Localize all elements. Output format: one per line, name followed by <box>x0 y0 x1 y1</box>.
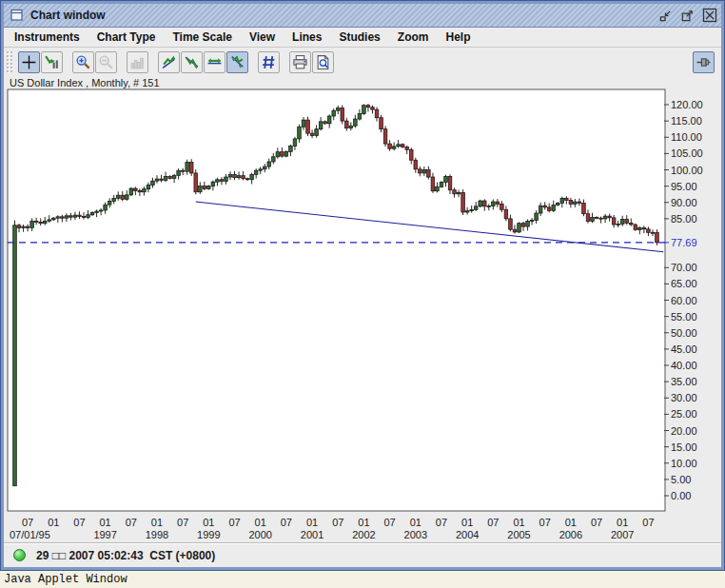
svg-text:90.00: 90.00 <box>671 197 697 208</box>
candle-body <box>56 217 60 218</box>
candle-body <box>90 212 94 214</box>
candle-body <box>99 210 103 211</box>
svg-text:01: 01 <box>358 517 369 528</box>
erase-line-button[interactable] <box>226 51 248 73</box>
menu-time-scale[interactable]: Time Scale <box>164 29 240 46</box>
print-button[interactable] <box>289 51 311 73</box>
candle-body <box>43 221 47 223</box>
candle-body <box>392 147 396 148</box>
candle-body <box>138 190 142 191</box>
horizontal-line-button[interactable] <box>204 51 225 73</box>
candle-body <box>327 116 331 124</box>
candle-body <box>216 180 220 182</box>
svg-text:01: 01 <box>617 517 628 528</box>
svg-text:25.00: 25.00 <box>671 408 697 420</box>
maximize-button[interactable] <box>679 8 696 24</box>
candle-body <box>48 220 51 221</box>
candle-body <box>276 152 280 157</box>
candle-body <box>470 209 474 210</box>
candle-body <box>354 119 358 126</box>
crosshair-icon <box>21 54 37 70</box>
candle-body <box>116 195 120 198</box>
candle-body <box>647 229 651 232</box>
candle-body <box>582 203 586 213</box>
toolbar-grip[interactable] <box>6 50 12 73</box>
trendline-up-button[interactable] <box>158 51 180 73</box>
pin-icon <box>696 54 712 70</box>
candle-body <box>220 180 224 182</box>
candle-body <box>263 167 266 169</box>
grid-hash-button[interactable] <box>258 51 280 73</box>
candle-body <box>341 108 344 121</box>
candle-body <box>431 177 435 191</box>
candle-body <box>254 170 258 174</box>
candle-body <box>586 214 590 222</box>
histogram-button <box>127 51 148 73</box>
candle-body <box>504 209 508 219</box>
crosshair-button[interactable] <box>18 51 40 73</box>
status-datetime: 29 □□ 2007 05:02:43 CST (+0800) <box>36 549 215 562</box>
candle-body <box>465 211 469 212</box>
candle-body <box>427 170 431 178</box>
candle-body <box>189 163 193 173</box>
svg-text:01: 01 <box>513 517 524 528</box>
candle-body <box>448 176 452 189</box>
candle-data-tool-icon <box>44 54 60 70</box>
candle-body <box>422 170 426 173</box>
chart-region: US Dollar Index , Monthly, # 151120.0011… <box>4 76 721 542</box>
candle-body <box>521 224 525 226</box>
plot-area[interactable] <box>8 89 665 511</box>
candle-body <box>634 225 637 229</box>
svg-text:01: 01 <box>100 517 111 528</box>
candle-body <box>388 144 392 148</box>
menu-lines[interactable]: Lines <box>284 29 330 46</box>
candle-body <box>656 233 659 243</box>
svg-text:5.00: 5.00 <box>671 474 691 485</box>
pin-button[interactable] <box>693 51 715 73</box>
candle-body <box>482 201 486 206</box>
toolbar <box>4 48 721 76</box>
candle-body <box>539 206 542 213</box>
svg-text:2005: 2005 <box>507 529 530 540</box>
menu-help[interactable]: Help <box>437 29 479 46</box>
svg-text:1999: 1999 <box>197 529 220 540</box>
iconify-button[interactable] <box>657 8 674 24</box>
candle-body <box>319 122 323 129</box>
svg-text:100.00: 100.00 <box>671 165 703 176</box>
candle-body <box>198 186 202 192</box>
svg-text:07: 07 <box>332 517 343 528</box>
candle-data-tool-button[interactable] <box>41 51 63 73</box>
window-icon <box>10 8 25 23</box>
applet-banner: Java Applet Window <box>0 571 725 588</box>
title-bar[interactable]: Chart window <box>4 4 721 28</box>
zoom-out-icon <box>98 54 114 70</box>
candle-body <box>625 220 629 224</box>
svg-text:07: 07 <box>22 517 33 528</box>
close-button[interactable] <box>701 8 717 24</box>
candle-body <box>87 215 90 218</box>
candle-body <box>358 114 362 119</box>
menu-instruments[interactable]: Instruments <box>6 29 88 46</box>
svg-text:40.00: 40.00 <box>671 360 697 371</box>
candle-body <box>453 190 457 194</box>
print-icon <box>292 54 308 70</box>
svg-text:07: 07 <box>177 517 188 528</box>
candle-body <box>186 163 189 172</box>
candle-body <box>565 198 569 200</box>
candle-body <box>651 232 655 233</box>
trendline-down-button[interactable] <box>181 51 203 73</box>
candle-body <box>177 170 181 175</box>
print-preview-button[interactable] <box>312 51 334 73</box>
candle-body <box>181 170 185 171</box>
iconify-icon <box>658 9 673 23</box>
price-chart[interactable]: US Dollar Index , Monthly, # 151120.0011… <box>4 76 721 542</box>
menu-zoom[interactable]: Zoom <box>389 29 438 46</box>
candle-body <box>345 121 349 128</box>
zoom-in-button[interactable] <box>72 51 94 73</box>
menu-chart-type[interactable]: Chart Type <box>88 29 165 46</box>
svg-text:70.00: 70.00 <box>671 262 697 273</box>
menu-view[interactable]: View <box>241 29 284 46</box>
menu-studies[interactable]: Studies <box>330 29 388 46</box>
candle-body <box>414 160 418 169</box>
svg-text:01: 01 <box>203 517 214 528</box>
